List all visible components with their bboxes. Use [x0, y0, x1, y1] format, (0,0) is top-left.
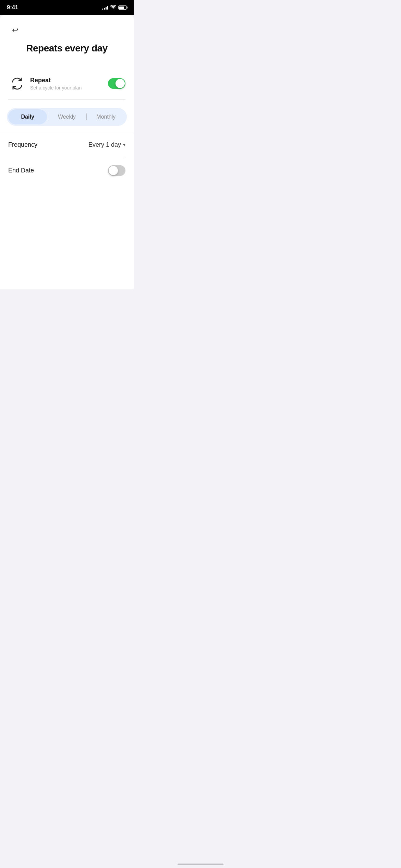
- wifi-icon: [110, 5, 116, 10]
- end-date-toggle[interactable]: [108, 165, 125, 176]
- repeat-row: Repeat Set a cycle for your plan: [8, 75, 125, 100]
- signal-icon: [102, 5, 108, 10]
- end-date-row: End Date: [8, 157, 125, 184]
- frequency-value-button[interactable]: Every 1 day ▾: [88, 141, 125, 148]
- battery-icon: [118, 5, 127, 10]
- status-bar: 9:41: [0, 0, 134, 15]
- end-date-toggle-knob: [109, 166, 118, 175]
- tab-daily[interactable]: Daily: [8, 109, 47, 124]
- end-date-label: End Date: [8, 167, 34, 174]
- repeat-label: Repeat: [30, 77, 108, 84]
- repeat-sublabel: Set a cycle for your plan: [30, 85, 108, 91]
- repeat-icon-container: [8, 75, 26, 93]
- status-time: 9:41: [7, 4, 18, 11]
- repeat-text: Repeat Set a cycle for your plan: [30, 77, 108, 91]
- back-arrow-icon: ↩: [12, 26, 18, 34]
- main-container: ↩ Repeats every day Repeat Set a cycle f…: [0, 15, 134, 289]
- back-button[interactable]: ↩: [8, 23, 22, 37]
- frequency-label: Frequency: [8, 141, 37, 148]
- end-date-toggle-container: [108, 165, 125, 176]
- frequency-tabs: Daily Weekly Monthly: [7, 108, 127, 126]
- repeat-toggle[interactable]: [108, 78, 125, 89]
- tab-weekly[interactable]: Weekly: [47, 109, 86, 124]
- tab-monthly[interactable]: Monthly: [87, 109, 125, 124]
- frequency-row: Frequency Every 1 day ▾: [8, 133, 125, 157]
- toggle-knob: [116, 79, 125, 88]
- status-icons: [102, 5, 127, 10]
- chevron-down-icon: ▾: [123, 142, 125, 147]
- repeat-toggle-container: [108, 78, 125, 89]
- repeat-cycle-icon: [10, 77, 24, 91]
- frequency-value-text: Every 1 day: [88, 141, 121, 148]
